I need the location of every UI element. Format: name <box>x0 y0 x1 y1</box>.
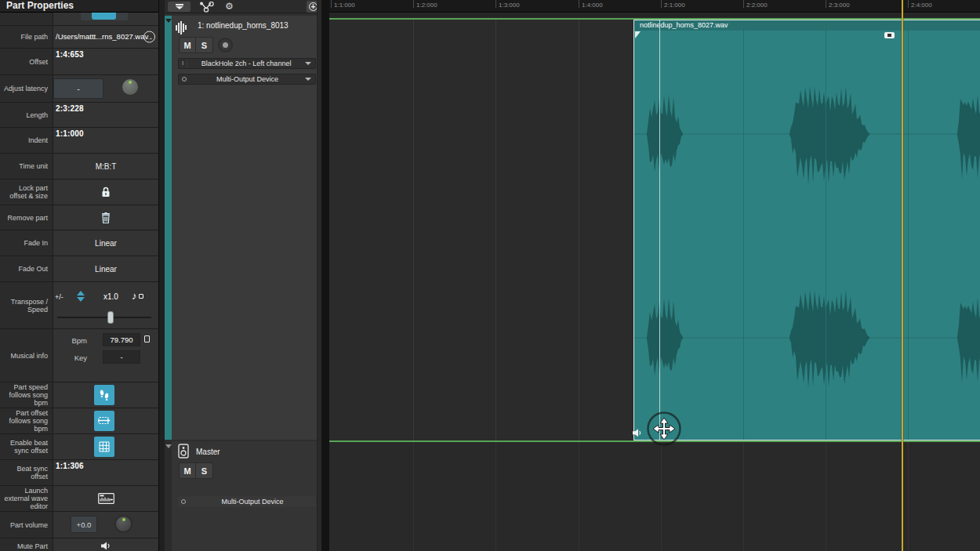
ruler-tick-label: 1:3:000 <box>499 2 520 9</box>
wave-editor-icon[interactable] <box>53 486 158 511</box>
file-path-row: File path /Users/mattt...rns_8027.wav → <box>0 26 158 49</box>
waveform-blob <box>957 94 980 179</box>
part-offset-follows-label: Part offset follows song bpm <box>0 408 53 433</box>
track-row-audio1[interactable]: 1: notlinedup_horns_8013 M S I BlackHole… <box>165 16 321 440</box>
bpm-value[interactable]: 79.790 <box>103 333 140 346</box>
indent-value[interactable]: 1:1:000 <box>56 129 84 138</box>
output-dot-icon <box>182 77 187 82</box>
ruler-tick-label: 1:2:000 <box>416 2 437 9</box>
fade-out-label: Fade Out <box>0 256 53 281</box>
input-prefix: I <box>179 60 187 67</box>
speed-slider-handle[interactable] <box>107 311 114 324</box>
time-unit-row: Time unit M:B:T <box>0 154 158 179</box>
speed-value[interactable]: x1.0 <box>103 292 118 301</box>
lock-part-row: Lock part offset & size <box>0 179 158 205</box>
ruler-tick <box>413 0 414 8</box>
launch-external-row: Launch external wave editor <box>0 486 158 512</box>
lock-icon[interactable] <box>53 179 158 205</box>
output-value: Multi-Output Device <box>189 498 316 506</box>
mute-speaker-icon[interactable] <box>53 538 158 551</box>
gear-icon[interactable]: ⚙ <box>225 1 234 12</box>
ruler-tick-label: 1:1:000 <box>334 2 355 9</box>
waveform-blob <box>789 86 869 185</box>
adjust-latency-button[interactable]: - <box>53 78 103 99</box>
track-name[interactable]: Master <box>196 448 220 456</box>
waveform-blob <box>957 298 980 383</box>
fade-out-value[interactable]: Linear <box>53 256 158 281</box>
length-value[interactable]: 2:3:228 <box>56 104 84 113</box>
speed-slider-track[interactable] <box>57 317 151 318</box>
length-row: Length 2:3:228 <box>0 103 158 128</box>
offset-value[interactable]: 1:4:653 <box>56 50 84 59</box>
fade-out-row: Fade Out Linear <box>0 256 158 282</box>
musical-info-label: Musical info <box>0 329 53 382</box>
track-name[interactable]: 1: notlinedup_horns_8013 <box>198 21 289 30</box>
note-lock-icon[interactable]: ♪ <box>132 288 137 303</box>
solo-button[interactable]: S <box>196 462 213 479</box>
ruler-tick <box>495 0 496 8</box>
mute-button[interactable]: M <box>179 462 196 479</box>
mute-button[interactable]: M <box>179 37 196 53</box>
region-speaker-icon[interactable] <box>632 428 643 438</box>
transpose-plusminus: +/- <box>55 293 64 301</box>
collapse-tracks-button[interactable] <box>168 2 191 12</box>
trash-icon[interactable] <box>53 205 158 230</box>
grid-toggle[interactable] <box>94 437 114 457</box>
launch-external-label: Launch external wave editor <box>0 486 53 511</box>
clipped-toggle[interactable] <box>92 13 116 20</box>
mute-solo-group: M S <box>179 37 213 53</box>
part-offset-follows-row: Part offset follows song bpm <box>0 408 158 434</box>
beat-sync-offset-label: Beat sync offset <box>0 460 53 485</box>
ruler-tick-label: 2:2:000 <box>746 2 768 9</box>
fade-in-row: Fade In Linear <box>0 230 158 256</box>
beat-sync-offset-value[interactable]: 1:1:306 <box>56 462 84 470</box>
offset-follow-toggle[interactable] <box>94 411 114 431</box>
timeline-ruler[interactable]: 1:1:0001:2:0001:3:0001:4:0002:1:0002:2:0… <box>329 0 980 13</box>
footsteps-toggle[interactable] <box>94 385 114 405</box>
arranger: 1:1:0001:2:0001:3:0001:4:0002:1:0002:2:0… <box>329 0 980 551</box>
fade-in-value[interactable]: Linear <box>53 230 158 256</box>
fade-in-label: Fade In <box>0 230 53 256</box>
output-select[interactable]: Multi-Output Device <box>178 74 316 85</box>
adjust-latency-row: Adjust latency - <box>0 75 158 103</box>
track-row-master[interactable]: Master M S Multi-Output Device <box>165 441 321 551</box>
offset-row: Offset 1:4:653 <box>0 49 158 75</box>
beat-sync-offset-row: Beat sync offset 1:1:306 <box>0 460 158 486</box>
file-path-value[interactable]: /Users/mattt...rns_8027.wav <box>56 32 148 41</box>
key-value[interactable]: - <box>103 350 140 364</box>
record-arm-button[interactable] <box>218 38 233 53</box>
adjust-latency-label: Adjust latency <box>0 75 53 102</box>
collapse-arrow-icon[interactable] <box>165 19 172 23</box>
collapse-arrow-icon[interactable] <box>165 444 172 448</box>
musical-info-row: Musical info Bpm 79.790 Key - <box>0 329 158 382</box>
audio-track-icon <box>176 20 187 34</box>
ruler-tick-label: 2:1:000 <box>664 2 685 9</box>
playhead[interactable] <box>902 0 903 551</box>
input-value: BlackHole 2ch - Left channel <box>187 60 305 67</box>
ruler-tick <box>908 0 909 8</box>
routing-icon[interactable] <box>199 2 215 13</box>
file-path-label: File path <box>0 26 53 48</box>
panel-divider[interactable] <box>321 0 329 551</box>
open-file-icon[interactable]: → <box>143 31 155 43</box>
audio-region[interactable]: notlinedup_horns_8027.wav <box>633 20 980 440</box>
transpose-spinner[interactable] <box>77 291 85 302</box>
ruler-tick <box>826 0 826 8</box>
region-badge-icon[interactable] <box>884 32 895 38</box>
solo-button[interactable]: S <box>196 37 213 53</box>
waveform-blob <box>789 290 869 389</box>
adjust-latency-knob[interactable] <box>122 79 138 95</box>
part-volume-value[interactable]: +0.0 <box>71 516 97 533</box>
arranger-lane-master[interactable] <box>329 442 980 551</box>
tap-tempo-icon[interactable] <box>144 335 150 343</box>
output-select[interactable]: Multi-Output Device <box>178 496 316 507</box>
track-list-panel: ⚙ + 1: notlinedup_horns_8013 M S I Black… <box>165 0 321 551</box>
lock-part-label: Lock part offset & size <box>0 179 53 205</box>
chevron-down-icon <box>305 78 311 81</box>
part-properties-panel: Part Properties File path /Users/mattt..… <box>0 0 159 551</box>
master-strip <box>165 441 172 551</box>
transpose-speed-label: Transpose / Speed <box>0 282 53 328</box>
input-select[interactable]: I BlackHole 2ch - Left channel <box>178 58 316 69</box>
part-volume-knob[interactable] <box>114 515 132 533</box>
time-unit-value[interactable]: M:B:T <box>53 154 158 179</box>
